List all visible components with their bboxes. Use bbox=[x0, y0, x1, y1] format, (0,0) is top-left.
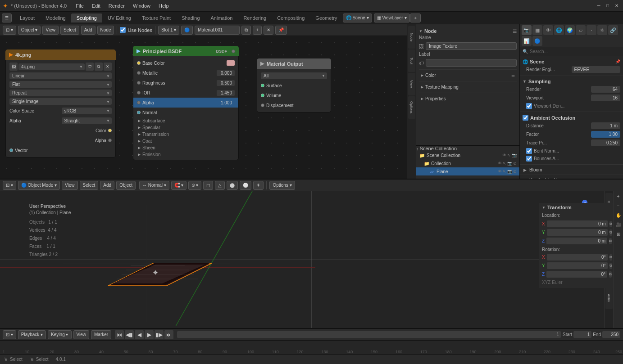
vector-input-socket[interactable] bbox=[9, 148, 13, 152]
zoom-in-btn[interactable]: + bbox=[614, 192, 623, 200]
marker-btn[interactable]: Marker bbox=[91, 330, 111, 339]
plane-extra-icon[interactable]: ⊙ bbox=[513, 169, 517, 174]
image-filename-dropdown[interactable]: 4k.png bbox=[18, 63, 85, 70]
transform-orientation-dropdown[interactable]: ↔ Normal ▾ bbox=[139, 181, 169, 190]
bloom-header[interactable]: ▶ Bloom bbox=[520, 165, 623, 175]
node-label-input[interactable] bbox=[426, 59, 517, 67]
menu-help[interactable]: Help bbox=[155, 2, 173, 9]
coll-extra-icon[interactable]: ⊙ bbox=[513, 161, 517, 166]
loc-z-input[interactable] bbox=[546, 238, 607, 244]
current-frame-input[interactable] bbox=[177, 331, 561, 338]
material-dropdown[interactable]: Material.001 bbox=[195, 26, 240, 35]
base-color-socket[interactable] bbox=[137, 61, 141, 65]
material-del-btn[interactable]: ✕ bbox=[264, 26, 273, 35]
coat-section[interactable]: Coat bbox=[133, 138, 238, 144]
color-section-header[interactable]: ▶ Color ☰ bbox=[419, 72, 517, 79]
pin-btn[interactable]: 📌 bbox=[275, 26, 287, 35]
projection-dropdown[interactable]: Flat bbox=[9, 81, 112, 88]
principled-bsdf-node[interactable]: ▶ Principled BSDF BSDF Base Color bbox=[133, 46, 239, 160]
shading-render-btn[interactable]: ☀ bbox=[253, 181, 264, 190]
emission-section[interactable]: Emission bbox=[133, 151, 238, 158]
render-tab-constraints[interactable]: 🔗 bbox=[608, 25, 618, 35]
start-frame-input[interactable] bbox=[573, 331, 591, 338]
render-tab-particles[interactable]: · bbox=[587, 25, 596, 35]
tab-compositing[interactable]: Compositing bbox=[272, 13, 310, 22]
node-btn[interactable]: Node bbox=[97, 26, 114, 35]
object-mode-dropdown[interactable]: 🔵 Object Mode ▾ bbox=[18, 181, 60, 190]
viewport-denoise-checkbox[interactable] bbox=[526, 103, 532, 109]
tab-animation[interactable]: Animation bbox=[205, 13, 238, 22]
side-tab-node[interactable]: Node bbox=[408, 26, 415, 49]
menu-window[interactable]: Window bbox=[129, 2, 154, 9]
color-space-dropdown[interactable]: sRGB bbox=[62, 108, 112, 114]
tab-modeling[interactable]: Modeling bbox=[40, 13, 71, 22]
engine-dropdown[interactable]: EEVEE bbox=[572, 66, 621, 73]
material-output-node[interactable]: ▶ Material Output All bbox=[257, 58, 331, 112]
rot-y-input[interactable] bbox=[547, 262, 608, 269]
vis-render-icon[interactable]: 📷 bbox=[512, 153, 517, 157]
volume-socket[interactable] bbox=[261, 94, 264, 97]
alpha-dropdown[interactable]: Straight bbox=[62, 117, 112, 124]
use-nodes-input[interactable] bbox=[120, 27, 126, 33]
output-dropdown[interactable]: All bbox=[261, 72, 327, 79]
play-back-btn[interactable]: ◀ bbox=[135, 330, 144, 339]
rot-x-copy[interactable]: ⧉ bbox=[609, 254, 612, 261]
outliner-scene-collection[interactable]: 📁 Scene Collection 👁 ↖ 📷 bbox=[416, 151, 519, 159]
node-collapse-btn[interactable]: ☰ bbox=[513, 29, 517, 34]
pan-btn[interactable]: ✋ bbox=[614, 211, 623, 219]
editor-type-btn[interactable]: ⊡ ▾ bbox=[3, 26, 16, 35]
normal-socket[interactable] bbox=[137, 111, 141, 114]
trace-pr-value[interactable]: 0.250 bbox=[591, 139, 620, 146]
render-tab-output[interactable]: ▦ bbox=[532, 25, 542, 35]
zoom-out-btn[interactable]: − bbox=[614, 202, 623, 210]
frame-btn[interactable]: ⊞ bbox=[614, 230, 623, 238]
coll-cursor-icon[interactable]: ↖ bbox=[503, 161, 506, 166]
menu-edit[interactable]: Edit bbox=[88, 2, 104, 9]
texture-mapping-header[interactable]: ▶ Texture Mapping bbox=[419, 83, 517, 91]
alpha-socket-bsdf[interactable] bbox=[137, 101, 141, 104]
material-new-btn[interactable]: + bbox=[253, 26, 262, 35]
render-tab-world[interactable]: 🌍 bbox=[565, 25, 575, 35]
shading-wire-btn[interactable]: △ bbox=[215, 181, 225, 190]
menu-file[interactable]: File bbox=[72, 2, 87, 9]
rot-z-input[interactable] bbox=[546, 271, 607, 278]
rot-y-copy[interactable]: ⧉ bbox=[609, 263, 612, 269]
use-nodes-checkbox[interactable]: Use Nodes bbox=[120, 27, 152, 33]
ao-checkbox[interactable] bbox=[523, 115, 528, 121]
roughness-socket[interactable] bbox=[137, 81, 141, 85]
shading-material-btn[interactable]: ⚪ bbox=[240, 181, 251, 190]
side-tab-options[interactable]: Options bbox=[408, 96, 415, 119]
metallic-socket[interactable] bbox=[137, 71, 141, 75]
node-name-input[interactable] bbox=[426, 42, 517, 50]
shading-solid-btn[interactable]: ⬤ bbox=[227, 181, 238, 190]
roughness-value[interactable]: 0.500 bbox=[217, 80, 235, 86]
rotate-btn[interactable]: 🎥 bbox=[614, 220, 623, 229]
play-btn[interactable]: ▶ bbox=[145, 330, 154, 339]
view-btn[interactable]: View bbox=[42, 26, 59, 35]
properties-header[interactable]: ▶ Properties bbox=[419, 95, 517, 103]
loc-x-copy[interactable]: ⧉ bbox=[609, 221, 612, 227]
bsdf-output-socket[interactable] bbox=[232, 49, 235, 53]
material-icon-btn[interactable]: 🔵 bbox=[181, 26, 193, 35]
source-dropdown[interactable]: Single Image bbox=[9, 98, 112, 105]
plane-render-icon[interactable]: 📷 bbox=[507, 169, 512, 174]
loc-z-copy[interactable]: ⧉ bbox=[609, 238, 612, 244]
render-tab-view[interactable]: 👁 bbox=[543, 25, 553, 35]
viewport-object-btn[interactable]: Object bbox=[116, 181, 136, 190]
maximize-button[interactable]: □ bbox=[604, 2, 611, 9]
specular-section[interactable]: Specular bbox=[133, 124, 238, 131]
tab-sculpting[interactable]: Sculpting bbox=[71, 13, 102, 22]
vp-anim-tab[interactable]: Anim bbox=[605, 287, 613, 309]
displacement-socket[interactable] bbox=[261, 103, 264, 107]
add-btn[interactable]: Add bbox=[81, 26, 95, 35]
viewport-value[interactable]: 16 bbox=[591, 94, 620, 101]
sampling-header[interactable]: ▼ Sampling bbox=[523, 78, 620, 85]
distance-value[interactable]: 1 m bbox=[591, 122, 620, 129]
tab-rendering[interactable]: Rendering bbox=[238, 13, 272, 22]
timeline-view-btn[interactable]: View bbox=[73, 330, 90, 339]
img-preview-btn[interactable]: 🖼 bbox=[9, 63, 18, 71]
prev-keyframe-btn[interactable]: ◀▮ bbox=[125, 330, 134, 339]
viewport-view-btn[interactable]: View bbox=[62, 181, 78, 190]
loc-x-input[interactable] bbox=[547, 220, 608, 227]
transmission-section[interactable]: Transmission bbox=[133, 131, 238, 138]
